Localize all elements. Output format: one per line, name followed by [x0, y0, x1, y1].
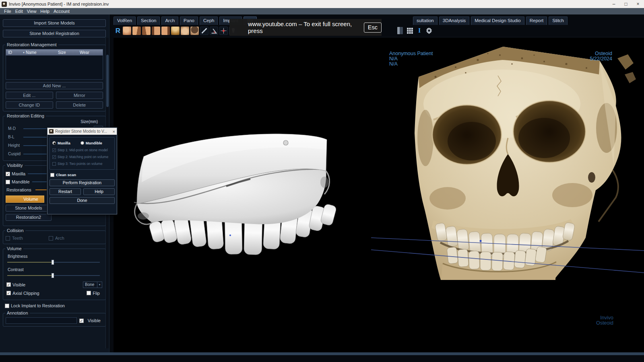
brightness-slider[interactable] — [7, 260, 100, 265]
collision-teeth-checkbox[interactable] — [6, 236, 10, 241]
annotation-group: Annotation Visible — [3, 313, 106, 327]
fullscreen-notification: www.youtube.com – To exit full screen, p… — [229, 19, 382, 36]
dialog-close-icon[interactable]: × — [109, 129, 115, 134]
bottom-status-strip — [0, 352, 644, 355]
stone-model-pin-hole — [283, 140, 288, 145]
stone-registration-point — [229, 234, 231, 236]
flip-checkbox[interactable] — [87, 291, 91, 295]
edit-button[interactable]: Edit ... — [6, 92, 53, 99]
restoration-table-header[interactable]: ID ▲Name Size Wear — [6, 49, 103, 56]
brightness-label: Brightness — [8, 254, 103, 259]
lock-implant-checkbox[interactable] — [5, 304, 9, 308]
delete-button[interactable]: Delete — [56, 101, 103, 109]
mandible-checkbox[interactable] — [6, 180, 10, 184]
step3-label: Step 3: Two points on volume — [58, 162, 102, 166]
brightness-slider-thumb[interactable] — [52, 260, 54, 265]
render-mode-dropdown[interactable]: Bone ▼ — [83, 282, 102, 288]
import-stone-models-button[interactable]: Import Stone Models — [3, 19, 106, 27]
minimize-button[interactable]: – — [608, 0, 620, 8]
menu-account[interactable]: Account — [52, 9, 72, 14]
stone-models-toggle-button[interactable]: Stone Models — [6, 205, 52, 212]
restart-button[interactable]: Restart — [50, 188, 81, 195]
volume-toggle-button[interactable]: Volume — [6, 195, 44, 203]
tab-stitch[interactable]: Stitch — [549, 16, 568, 25]
column-size[interactable]: Size — [56, 50, 78, 55]
maxilla-radio[interactable] — [52, 141, 56, 145]
app-icon — [2, 2, 7, 7]
volume-visible-label: Visible — [12, 282, 25, 287]
clasped-hands-icon[interactable] — [181, 27, 189, 35]
tab-volren[interactable]: VolRen — [114, 16, 136, 25]
restoration-table-body[interactable] — [6, 56, 103, 80]
collision-arch-checkbox[interactable] — [49, 236, 53, 241]
reference-point-icon[interactable] — [219, 27, 228, 35]
column-wear[interactable]: Wear — [78, 50, 103, 55]
reset-view-icon[interactable]: R — [114, 27, 122, 35]
dialog-app-icon — [49, 129, 54, 134]
menu-edit[interactable]: Edit — [13, 9, 25, 14]
annotation-input[interactable] — [6, 317, 77, 324]
clean-scan-checkbox[interactable] — [50, 173, 54, 177]
contrast-slider[interactable] — [7, 273, 100, 278]
annotation-visible-checkbox[interactable] — [79, 319, 84, 323]
text-annotation-icon[interactable]: I — [415, 27, 423, 35]
face-three-quarter-right-icon[interactable] — [142, 27, 151, 35]
grid-view-icon[interactable] — [406, 27, 414, 35]
tab-ceph[interactable]: Ceph — [200, 16, 218, 25]
volume-registration-point — [480, 240, 482, 242]
mandible-radio[interactable] — [80, 141, 84, 145]
md-label: M-D — [6, 126, 23, 131]
stone-model-render[interactable] — [134, 134, 337, 255]
perform-registration-button[interactable]: Perform Registration — [50, 179, 115, 186]
settings-gear-icon[interactable] — [425, 27, 433, 35]
tab-section[interactable]: Section — [137, 16, 160, 25]
volume-visible-checkbox[interactable] — [6, 282, 11, 287]
sidebar-scrollbar-thumb[interactable] — [106, 55, 109, 107]
tab-report[interactable]: Report — [526, 16, 547, 25]
orientation-toolbar: R — [114, 27, 237, 35]
face-profile-right-icon[interactable] — [161, 27, 170, 35]
mirror-button[interactable]: Mirror — [56, 92, 103, 99]
help-button[interactable]: Help — [83, 188, 115, 195]
scene-3d[interactable] — [114, 37, 644, 352]
tab-arch[interactable]: Arch — [161, 16, 178, 25]
lock-implant-label: Lock Implant to Restoration — [11, 303, 65, 308]
stone-model-registration-button[interactable]: Stone Model Registration — [3, 30, 106, 37]
column-id[interactable]: ID — [6, 50, 21, 55]
column-name[interactable]: ▲Name — [21, 50, 56, 55]
register-stone-models-dialog[interactable]: Register Stone Models to V... × Maxilla … — [47, 128, 117, 214]
angle-measurement-icon[interactable] — [210, 27, 218, 35]
esc-keycap: Esc — [364, 23, 382, 33]
face-three-quarter-left-icon[interactable] — [132, 27, 141, 35]
axial-clipping-checkbox[interactable] — [6, 291, 11, 295]
dialog-titlebar[interactable]: Register Stone Models to V... × — [47, 128, 117, 135]
done-button[interactable]: Done — [50, 197, 115, 204]
dental-arch-icon[interactable] — [171, 27, 180, 35]
contrast-slider-thumb[interactable] — [52, 273, 54, 278]
face-front-icon[interactable] — [123, 27, 131, 35]
menu-help[interactable]: Help — [38, 9, 52, 14]
add-new-button[interactable]: Add New ... — [6, 82, 103, 89]
maxilla-checkbox[interactable] — [6, 172, 10, 176]
ruler-icon[interactable] — [200, 27, 208, 35]
restoration-editing-label: Restoration Editing — [5, 113, 46, 118]
maxilla-radio-label: Maxilla — [58, 141, 70, 145]
window-title: Invivo [Anonymous Patient] - IM and regi… — [9, 2, 109, 6]
bl-label: B-L — [6, 135, 23, 139]
restoration2-toggle-button[interactable]: Restoration2 — [6, 214, 52, 221]
menu-file[interactable]: File — [2, 9, 13, 14]
close-button[interactable]: × — [632, 0, 644, 8]
tab-pano[interactable]: Pano — [180, 16, 198, 25]
head-back-icon[interactable] — [190, 27, 199, 35]
menu-view[interactable]: View — [25, 9, 39, 14]
tab-3danalysis[interactable]: 3DAnalysis — [439, 16, 470, 25]
layout-icon[interactable] — [396, 27, 404, 35]
tab-consultation-partial[interactable]: sultation — [413, 16, 438, 25]
face-profile-left-icon[interactable] — [152, 27, 160, 35]
step3-checkbox — [52, 162, 56, 166]
change-id-button[interactable]: Change ID — [6, 101, 53, 109]
maximize-button[interactable]: □ — [620, 0, 632, 8]
height-label: Height — [6, 143, 23, 148]
render-viewport[interactable]: Anonymous Patient N/A N/A Osteoid 5/22/2… — [114, 37, 644, 352]
tab-medical-design-studio[interactable]: Medical Design Studio — [471, 16, 524, 25]
